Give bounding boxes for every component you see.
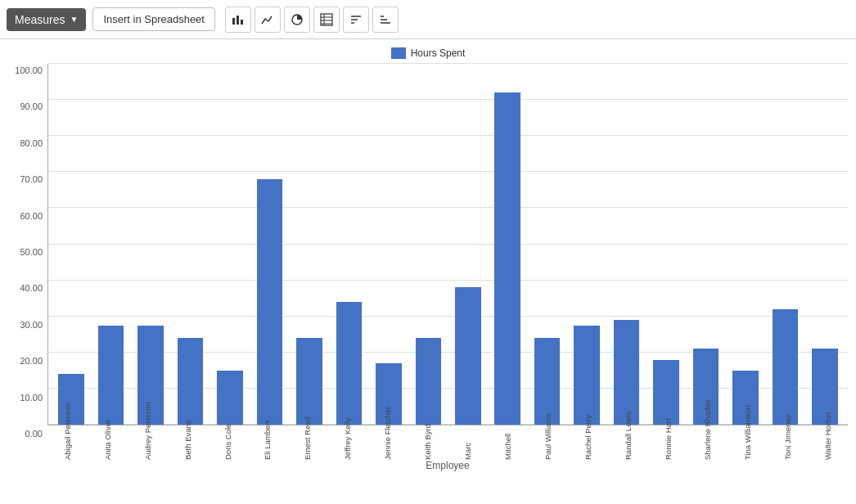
x-label-group: Jennie Fletcher (367, 425, 408, 458)
bar-group[interactable] (647, 64, 686, 425)
x-axis-label: Ernest Reed (303, 429, 312, 460)
x-label-group: Rachel Perry (568, 425, 608, 458)
bar (773, 309, 798, 425)
x-label-group: Ronnie Hart (648, 425, 688, 458)
bars-row (48, 64, 848, 425)
bar-group[interactable] (250, 64, 289, 425)
chart-container: Hours Spent 0.0010.0020.0030.0040.0050.0… (0, 39, 856, 504)
x-label-group: Randall Lewis (608, 425, 648, 458)
grid-and-bars (47, 64, 848, 425)
bar (296, 338, 322, 425)
x-label-group: Mitchell (488, 425, 528, 458)
y-axis-label: 100.00 (15, 65, 43, 75)
legend-color-swatch (391, 47, 406, 59)
x-label-group: Paul Williams (528, 425, 568, 458)
sort-desc-icon[interactable] (372, 7, 399, 33)
x-axis-label: Toni Jimenez (783, 429, 792, 460)
bar-group[interactable] (606, 64, 646, 425)
x-label-group: Toni Jimenez (768, 425, 808, 458)
bar (494, 92, 520, 425)
y-axis-label: 90.00 (20, 101, 43, 111)
bar-group[interactable] (52, 64, 91, 425)
x-label-group: Beth Evans (168, 425, 208, 458)
x-axis-label: Audrey Peterson (143, 429, 152, 460)
bar (217, 371, 242, 425)
bar-group[interactable] (567, 64, 606, 425)
y-axis-label: 50.00 (20, 247, 43, 257)
dropdown-arrow-icon: ▼ (70, 15, 78, 24)
y-axis-label: 40.00 (20, 283, 43, 293)
x-label-group: Eli Lambert (248, 425, 288, 458)
x-axis-label: Mitchell (503, 429, 512, 460)
chart-plot: Abigail PetersonAnita OliverAudrey Peter… (47, 64, 848, 471)
x-axis-label: Marc (463, 429, 472, 460)
bar-group[interactable] (170, 64, 209, 425)
x-axis-label: Abigail Peterson (63, 429, 72, 460)
x-axis-label: Jeffrey Kelly (343, 429, 352, 460)
bar (574, 326, 599, 425)
x-axis-label: Keith Byrd (423, 429, 432, 460)
bar (416, 338, 441, 425)
svg-rect-2 (241, 20, 243, 25)
y-axis-label: 20.00 (20, 356, 43, 366)
bar-group[interactable] (527, 64, 566, 425)
x-label-group: Keith Byrd (408, 425, 448, 458)
x-labels: Abigail PetersonAnita OliverAudrey Peter… (47, 425, 848, 458)
bar (178, 338, 203, 425)
bar-group[interactable] (210, 64, 250, 425)
x-label-group: Jeffrey Kelly (327, 425, 367, 458)
bar (455, 287, 480, 425)
bar-chart-icon[interactable] (225, 7, 251, 33)
y-axis-label: 70.00 (20, 174, 43, 184)
y-axis-label: 30.00 (20, 320, 43, 330)
x-axis-label: Anita Oliver (103, 429, 112, 460)
pie-chart-icon[interactable] (284, 7, 310, 33)
sort-asc-icon[interactable] (343, 7, 369, 33)
x-label-group: Anita Oliver (88, 425, 128, 458)
table-icon[interactable] (313, 7, 340, 33)
toolbar: Measures ▼ Insert in Spreadsheet (0, 0, 856, 39)
x-label-group: Walter Horton (808, 425, 848, 458)
bar-group[interactable] (369, 64, 408, 425)
bar (534, 338, 560, 425)
chart-legend: Hours Spent (8, 47, 848, 59)
bar-group[interactable] (448, 64, 488, 425)
x-axis-label: Jennie Fletcher (383, 429, 392, 460)
svg-rect-0 (232, 18, 235, 25)
measures-button[interactable]: Measures ▼ (7, 8, 86, 31)
x-label-group: Sharlene Rhodes (688, 425, 728, 458)
bar-group[interactable] (131, 64, 170, 425)
x-label-group: Doris Cole (208, 425, 248, 458)
insert-spreadsheet-button[interactable]: Insert in Spreadsheet (92, 7, 215, 31)
y-axis-label: 10.00 (20, 393, 43, 403)
bar-group[interactable] (91, 64, 130, 425)
bar (98, 326, 124, 425)
bar (257, 179, 282, 425)
bar-group[interactable] (805, 64, 845, 425)
bar-group[interactable] (329, 64, 368, 425)
line-chart-icon[interactable] (255, 7, 281, 33)
x-axis-label: Randall Lewis (624, 429, 633, 460)
bar-group[interactable] (290, 64, 329, 425)
x-label-group: Marc (448, 425, 488, 458)
y-axis: 0.0010.0020.0030.0040.0050.0060.0070.008… (8, 64, 47, 471)
x-axis-label: Sharlene Rhodes (703, 429, 712, 460)
bar (614, 320, 639, 425)
y-axis-label: 0.00 (25, 429, 43, 439)
x-axis-title: Employee (47, 460, 848, 471)
x-label-group: Audrey Peterson (128, 425, 168, 458)
x-axis-label: Beth Evans (183, 429, 192, 460)
x-axis-label: Ronnie Hart (664, 429, 673, 460)
svg-rect-1 (237, 16, 239, 25)
bar-group[interactable] (726, 64, 765, 425)
bar-group[interactable] (686, 64, 725, 425)
x-label-group: Ernest Reed (287, 425, 327, 458)
legend-label: Hours Spent (411, 47, 466, 59)
x-label-group: Tina Williamson (728, 425, 768, 458)
bar-group[interactable] (765, 64, 804, 425)
x-label-group: Abigail Peterson (47, 425, 88, 458)
bar-group[interactable] (408, 64, 448, 425)
y-axis-label: 80.00 (20, 138, 43, 148)
bar-group[interactable] (488, 64, 527, 425)
chart-type-icons (225, 7, 399, 33)
